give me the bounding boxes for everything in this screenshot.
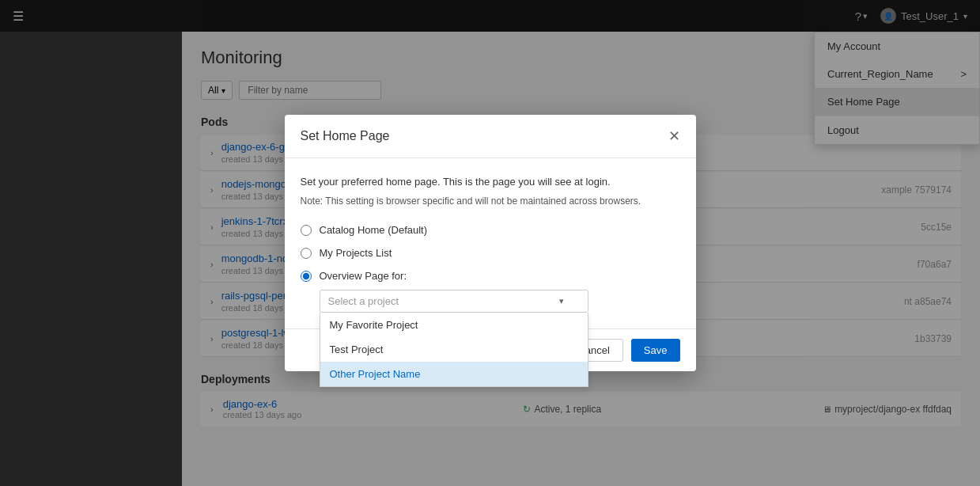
modal-title: Set Home Page	[301, 129, 390, 143]
radio-item-catalog-home: Catalog Home (Default)	[301, 224, 680, 236]
select-placeholder: Select a project	[328, 295, 399, 307]
project-select-trigger[interactable]: Select a project ▾	[320, 290, 588, 313]
project-option-other-project[interactable]: Other Project Name	[320, 362, 588, 386]
modal-description: Set your preferred home page. This is th…	[301, 174, 680, 190]
modal-overlay[interactable]: Set Home Page ✕ Set your preferred home …	[0, 0, 980, 486]
modal-header: Set Home Page ✕	[285, 115, 696, 158]
set-home-page-modal: Set Home Page ✕ Set your preferred home …	[285, 115, 696, 372]
radio-overview-page-label: Overview Page for:	[320, 270, 407, 282]
radio-my-projects[interactable]	[301, 248, 312, 259]
project-dropdown-list: My Favorite Project Test Project Other P…	[320, 313, 588, 387]
radio-catalog-home[interactable]	[301, 225, 312, 236]
radio-item-my-projects: My Projects List	[301, 247, 680, 259]
radio-my-projects-label: My Projects List	[320, 247, 392, 259]
select-chevron-icon: ▾	[559, 296, 564, 306]
save-button[interactable]: Save	[631, 339, 680, 362]
radio-item-overview-page: Overview Page for:	[301, 270, 680, 282]
project-option-my-favorite[interactable]: My Favorite Project	[320, 313, 588, 337]
radio-overview-page[interactable]	[301, 271, 312, 282]
modal-note: Note: This setting is browser specific a…	[301, 194, 680, 208]
project-select-wrapper: Select a project ▾ My Favorite Project T…	[320, 290, 588, 313]
project-option-test-project[interactable]: Test Project	[320, 337, 588, 362]
radio-group: Catalog Home (Default) My Projects List …	[301, 224, 680, 282]
radio-catalog-home-label: Catalog Home (Default)	[320, 224, 428, 236]
modal-body: Set your preferred home page. This is th…	[285, 158, 696, 329]
modal-close-button[interactable]: ✕	[668, 127, 680, 145]
